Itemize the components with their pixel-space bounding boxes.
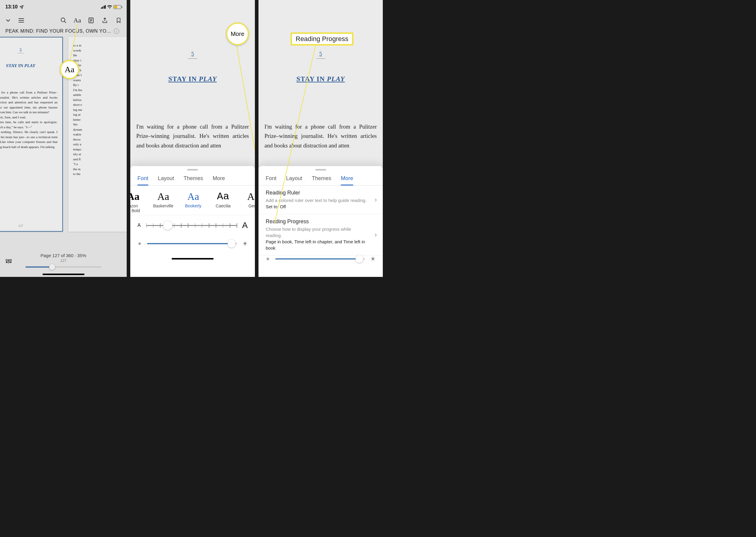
brightness-low-icon: ☀︎ <box>137 241 142 247</box>
info-icon[interactable]: i <box>114 28 119 34</box>
font-option-bookerly[interactable]: AaBookerly <box>178 191 208 213</box>
page-number: 127 <box>0 223 62 228</box>
sheet-grabber[interactable] <box>187 169 198 171</box>
page-position: 127 <box>6 259 121 263</box>
collapse-button[interactable] <box>5 17 12 24</box>
display-settings-button[interactable]: Aa <box>74 17 81 24</box>
chevron-right-icon: › <box>375 231 377 239</box>
annotation-highlight-reading-progress: Reading Progress <box>290 32 354 46</box>
brightness-slider[interactable]: ☀︎ ☀ <box>258 251 383 271</box>
signal-icon <box>101 5 106 9</box>
brightness-slider[interactable]: ☀︎ ☀ <box>130 235 255 256</box>
wifi-icon <box>107 5 112 9</box>
chapter-title: STAY IN PLAY <box>0 62 57 69</box>
current-page-thumb[interactable]: 5 STAY IN PLAY I'm waiting for a phone c… <box>0 37 63 232</box>
status-time: 13:10 <box>5 4 18 10</box>
tab-font[interactable]: Font <box>137 173 148 185</box>
font-option-caecilia[interactable]: AaCaecilia <box>208 191 238 213</box>
page-text: And then nothing. Silence. He clearly ca… <box>0 130 57 149</box>
home-indicator[interactable] <box>43 273 85 275</box>
chapter-number: 5 <box>316 51 325 59</box>
chapter-title: STAY IN PLAY <box>264 75 377 83</box>
tab-layout[interactable]: Layout <box>158 173 174 185</box>
svg-point-0 <box>61 18 65 21</box>
menu-button[interactable] <box>18 17 25 24</box>
page-text: I'm waiting for a phone call from a Puli… <box>0 90 57 115</box>
grid-view-button[interactable] <box>5 259 12 266</box>
chapter-number: 5 <box>18 46 24 53</box>
page-info: Page 127 of 360 · 35% <box>6 253 121 258</box>
svg-rect-2 <box>6 260 8 261</box>
tab-more[interactable]: More <box>213 173 225 185</box>
tab-themes[interactable]: Themes <box>312 173 331 185</box>
tab-font[interactable]: Font <box>266 173 277 185</box>
svg-rect-3 <box>8 260 10 261</box>
annotation-highlight-aa: Aa <box>60 60 79 79</box>
font-settings-sheet: Font Layout Themes More Aaazoner Bold Aa… <box>130 166 255 277</box>
page-text: Ten minutes later, he calls and starts t… <box>0 120 57 130</box>
reading-progress-state: Page in book, Time left in chapter, and … <box>266 238 368 251</box>
home-indicator[interactable] <box>171 258 213 260</box>
svg-rect-4 <box>10 260 12 261</box>
reading-body: I'm waiting for a phone call from a Puli… <box>264 122 377 150</box>
share-button[interactable] <box>101 17 108 24</box>
reader-toolbar: Aa <box>0 12 127 28</box>
chevron-right-icon: › <box>375 196 377 204</box>
search-button[interactable] <box>60 17 67 24</box>
book-title: PEAK MIND: FIND YOUR FOCUS, OWN YO… <box>5 28 111 34</box>
font-option-baskerville[interactable]: AaBaskerville <box>148 191 178 213</box>
svg-rect-5 <box>6 262 8 263</box>
tab-more[interactable]: More <box>341 173 353 185</box>
reading-progress-title: Reading Progress <box>266 219 368 225</box>
annotation-highlight-more: More <box>226 22 249 45</box>
svg-rect-6 <box>8 262 10 263</box>
bookmark-button[interactable] <box>115 17 122 24</box>
font-option-amazon[interactable]: Aaazoner Bold <box>130 191 148 213</box>
brightness-high-icon: ☀ <box>242 240 248 247</box>
location-icon <box>19 5 24 9</box>
font-option-georgia[interactable]: AaGeor <box>238 191 258 213</box>
reading-body: I'm waiting for a phone call from a Puli… <box>136 122 249 150</box>
reading-progress-item[interactable]: Reading Progress Choose how to display y… <box>258 214 383 256</box>
reading-ruler-desc: Add a colored ruler over text to help gu… <box>266 197 368 203</box>
chapter-title: STAY IN PLAY <box>136 75 249 83</box>
toc-button[interactable] <box>88 17 94 24</box>
size-min-label: A <box>137 223 141 228</box>
battery-icon <box>114 5 121 9</box>
progress-slider[interactable] <box>25 267 101 268</box>
brightness-high-icon: ☀ <box>370 255 376 263</box>
tab-layout[interactable]: Layout <box>286 173 302 185</box>
reading-progress-desc: Choose how to display your progress whil… <box>266 226 368 238</box>
brightness-low-icon: ☀︎ <box>266 256 270 262</box>
tab-themes[interactable]: Themes <box>184 173 203 185</box>
reading-ruler-state: Set to: Off <box>266 203 368 210</box>
sheet-grabber[interactable] <box>316 169 326 171</box>
more-settings-sheet: Font Layout Themes More Reading Ruler Ad… <box>258 166 383 277</box>
font-size-slider[interactable]: A A <box>130 215 255 235</box>
size-max-label: A <box>242 221 248 230</box>
svg-rect-7 <box>10 262 12 263</box>
page-text: I write back, Sure, and I wait. <box>0 115 57 120</box>
status-bar: 13:10 <box>0 0 127 12</box>
chapter-number: 5 <box>188 51 197 59</box>
font-samples: Aaazoner Bold AaBaskerville AaBookerly A… <box>130 186 258 215</box>
